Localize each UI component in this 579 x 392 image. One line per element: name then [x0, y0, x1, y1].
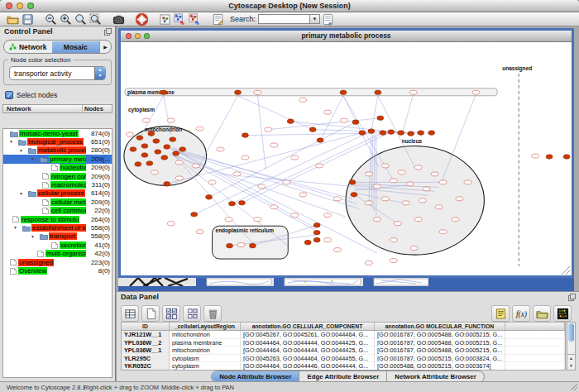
tree-row-unassigned[interactable]: unassigned223(0) [3, 258, 112, 266]
graph-node-selected[interactable] [164, 145, 170, 150]
graph-node[interactable] [402, 201, 409, 205]
table-cell[interactable]: plasma membrane [170, 339, 241, 347]
scrollbar-arrows[interactable]: ▲▼ [567, 354, 575, 370]
resize-grip-icon[interactable] [570, 383, 578, 391]
tab-mosaic[interactable]: Mosaic [52, 41, 100, 53]
search-dropdown-icon[interactable]: ▼ [309, 14, 320, 24]
graph-node-selected[interactable] [380, 131, 386, 136]
tree-row-biological-process[interactable]: ▼biological_process651(0) [3, 137, 112, 146]
graph-node-selected[interactable] [155, 150, 161, 155]
table-cell[interactable]: [GO:0044464, GO:0044444, GO:0044425, G..… [241, 347, 375, 355]
matrix-select-button[interactable] [162, 305, 180, 322]
table-cell[interactable]: [GO:0016787, GO:0005215, GO:0003824, G..… [375, 355, 505, 363]
tree-expander-icon[interactable]: ▼ [9, 139, 13, 144]
graph-node[interactable] [381, 197, 389, 201]
graph-node[interactable] [324, 238, 332, 242]
attribute-notes-button[interactable] [491, 305, 510, 322]
select-nodes-checkbox[interactable]: ✓ [5, 91, 13, 99]
compartment-plasma-membrane[interactable] [125, 88, 497, 96]
table-cell[interactable]: [GO:0045263, GO:0044464, GO:0044455, G..… [241, 355, 375, 363]
graph-node-selected[interactable] [164, 182, 170, 187]
tab-overflow-arrow[interactable]: ▶ [99, 41, 111, 53]
graph-node[interactable] [472, 90, 480, 94]
tree-row-transport[interactable]: ▼transport558(0) [3, 232, 112, 241]
graph-node[interactable] [324, 110, 332, 114]
graph-node[interactable] [151, 170, 158, 174]
graph-node[interactable] [299, 193, 307, 197]
color-matrix-button[interactable] [553, 305, 572, 322]
new-network-nodes-button[interactable] [172, 13, 187, 26]
graph-node-selected[interactable] [368, 129, 375, 134]
graph-node[interactable] [390, 259, 397, 263]
graph-node-selected[interactable] [428, 131, 435, 136]
tree-row-macromolecule[interactable]: macromolecule311(0) [3, 180, 112, 189]
help-ring-button[interactable] [134, 13, 149, 26]
table-cell[interactable]: cytoplasm [170, 362, 241, 370]
graph-node[interactable] [439, 230, 447, 234]
graph-node[interactable] [270, 143, 278, 147]
graph-node[interactable] [283, 180, 290, 184]
graph-node[interactable] [414, 165, 422, 170]
graph-node[interactable] [258, 184, 266, 189]
graph-node-selected[interactable] [136, 136, 143, 141]
graph-node[interactable] [456, 197, 463, 201]
float-panel-icon[interactable] [104, 28, 112, 36]
graph-node-selected[interactable] [546, 155, 553, 160]
table-row[interactable]: YJR121W__1mitochondrion[GO:0045267, GO:0… [122, 331, 565, 339]
graph-node-selected[interactable] [563, 155, 570, 160]
graph-node-selected[interactable] [160, 90, 167, 95]
network-window-titlebar[interactable]: primary metabolic process [121, 31, 572, 42]
graph-node-selected[interactable] [148, 131, 155, 136]
graph-node[interactable] [175, 176, 183, 180]
graph-node[interactable] [324, 213, 332, 218]
table-row[interactable]: YKR052Ccytoplasm[GO:0044464, GO:0044446,… [122, 362, 565, 370]
table-row[interactable]: YPL036W__1mitochondrion[GO:0044464, GO:0… [122, 347, 565, 355]
graph-node-selected[interactable] [191, 212, 198, 217]
graph-node[interactable] [217, 147, 224, 151]
graph-node-selected[interactable] [249, 243, 256, 248]
graph-node[interactable] [242, 155, 249, 160]
graph-node[interactable] [291, 155, 299, 160]
graph-node-selected[interactable] [317, 138, 323, 143]
tree-row-nitrogen-compo[interactable]: nitrogen compo209(0) [3, 172, 112, 180]
graph-node-selected[interactable] [135, 162, 141, 167]
tree-row-metabolic-process[interactable]: ▼metabolic process280(0) [3, 146, 112, 155]
graph-node-selected[interactable] [229, 202, 236, 207]
graph-node-selected[interactable] [242, 133, 248, 138]
table-cell-id[interactable]: YLR295C [122, 355, 170, 363]
graph-node[interactable] [419, 198, 426, 203]
edit-form-button[interactable] [210, 13, 225, 26]
graph-node-selected[interactable] [349, 180, 356, 185]
graph-node[interactable] [532, 154, 539, 158]
new-network-edges-button[interactable] [187, 13, 202, 26]
graph-node[interactable] [365, 261, 372, 265]
tree-header-network[interactable]: Network [3, 105, 83, 112]
graph-node[interactable] [464, 180, 471, 184]
graph-node[interactable] [291, 213, 299, 218]
graph-node-selected[interactable] [377, 116, 384, 121]
graph-node-selected[interactable] [146, 161, 153, 166]
graph-node-selected[interactable] [234, 90, 241, 95]
network-canvas[interactable]: plasma membranemitochondrionnucleusendop… [121, 42, 572, 275]
graph-node-selected[interactable] [309, 127, 316, 132]
graph-node-selected[interactable] [313, 237, 320, 242]
window-fragment[interactable] [196, 278, 207, 286]
graph-node[interactable] [237, 243, 245, 247]
graph-node-selected[interactable] [227, 243, 233, 248]
graph-node[interactable] [423, 187, 430, 191]
tree-header-nodes[interactable]: Nodes [83, 105, 112, 112]
graph-node-selected[interactable] [359, 131, 366, 136]
graph-node[interactable] [439, 180, 447, 184]
graph-node-selected[interactable] [206, 195, 213, 200]
column-header[interactable]: annotation.GO CELLULAR_COMPONENT [241, 323, 375, 330]
table-cell[interactable]: [GO:0016787, GO:0005488, GO:0005215, G..… [375, 331, 505, 339]
graph-node-selected[interactable] [408, 131, 414, 136]
table-scrollbar[interactable]: ▲▼ [567, 322, 576, 370]
table-cell[interactable]: [GO:0044464, GO:0044446, GO:0044444, G..… [241, 362, 375, 370]
tree-expander-icon[interactable]: ▼ [31, 156, 35, 161]
graph-node-selected[interactable] [141, 153, 148, 158]
graph-node[interactable] [341, 118, 348, 122]
zoom-fit-button[interactable] [73, 13, 88, 26]
graph-node[interactable] [334, 197, 342, 201]
graph-node-selected[interactable] [351, 193, 357, 198]
